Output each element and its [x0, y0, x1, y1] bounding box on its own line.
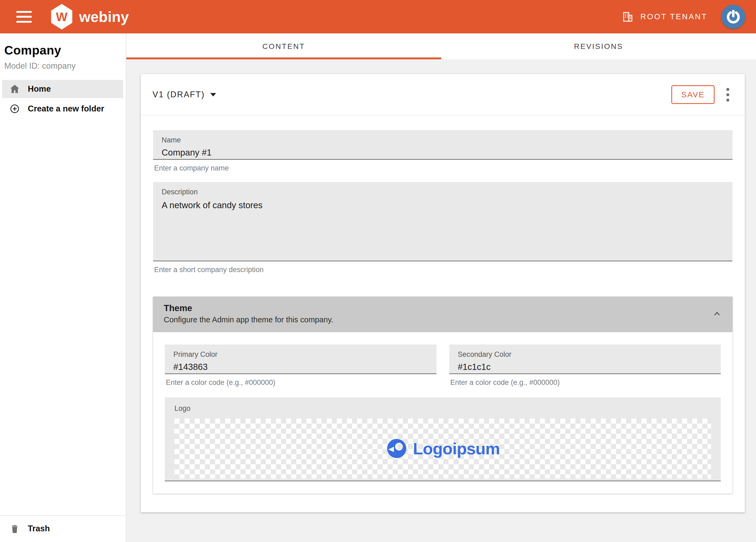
tenant-selector[interactable]: ROOT TENANT: [622, 11, 707, 23]
save-button[interactable]: SAVE: [671, 85, 715, 104]
chevron-down-icon: [210, 93, 216, 96]
logo-field-label: Logo: [174, 404, 190, 412]
sidebar-item-create-folder[interactable]: Create a new folder: [2, 100, 123, 118]
name-field-label: Name: [162, 136, 724, 144]
sidebar-item-label: Trash: [28, 524, 50, 533]
primary-color-field: Primary Color Enter a color code (e.g., …: [165, 345, 437, 387]
sidebar-item-home[interactable]: Home: [2, 80, 123, 98]
secondary-color-input[interactable]: [458, 362, 712, 372]
page-title: Company: [4, 43, 119, 57]
sidebar: Company Model ID: company Home: [0, 33, 126, 542]
description-input[interactable]: A network of candy stores: [162, 199, 724, 258]
tab-bar: CONTENT REVISIONS: [126, 33, 756, 59]
gravatar-power-icon: [725, 9, 742, 25]
main-content: CONTENT REVISIONS V1 (DRAFT) SAVE: [126, 33, 756, 542]
description-field: Description A network of candy stores En…: [153, 182, 732, 274]
trash-icon: [9, 523, 20, 534]
logoipsum-wordmark: Logoipsum: [413, 439, 500, 458]
logo-preview[interactable]: Logoipsum: [174, 419, 711, 478]
menu-button[interactable]: [15, 10, 33, 23]
name-field: Name Enter a company name: [153, 130, 732, 172]
primary-color-label: Primary Color: [173, 350, 428, 359]
chevron-up-icon[interactable]: [712, 309, 722, 319]
theme-title: Theme: [164, 303, 333, 313]
secondary-color-helper: Enter a color code (e.g., #000000): [450, 379, 721, 387]
tab-revisions[interactable]: REVISIONS: [441, 33, 756, 59]
version-label: V1 (DRAFT): [153, 90, 205, 99]
content-area: V1 (DRAFT) SAVE: [126, 59, 756, 542]
sidebar-item-trash[interactable]: Trash: [2, 520, 123, 538]
webiny-logo-icon: W: [50, 4, 73, 30]
entry-card-header: V1 (DRAFT) SAVE: [141, 74, 745, 116]
logoipsum-logo: Logoipsum: [386, 438, 500, 459]
sidebar-item-label: Home: [28, 84, 51, 94]
plus-circle-icon: [9, 104, 20, 114]
version-selector[interactable]: V1 (DRAFT): [153, 90, 216, 99]
building-icon: [622, 11, 634, 23]
description-field-label: Description: [162, 188, 724, 196]
tab-content[interactable]: CONTENT: [126, 33, 441, 59]
theme-section: Theme Configure the Admin app theme for …: [153, 297, 732, 494]
webiny-logo-letter: W: [56, 10, 67, 24]
home-icon: [9, 83, 20, 95]
description-field-box: Description A network of candy stores: [153, 182, 732, 261]
kebab-dot: [726, 93, 729, 96]
secondary-color-field: Secondary Color Enter a color code (e.g.…: [449, 345, 721, 387]
tenant-label: ROOT TENANT: [640, 12, 707, 21]
primary-color-input[interactable]: [173, 362, 428, 372]
app-root: W webiny ROOT TENANT: [0, 0, 756, 542]
primary-color-box: Primary Color: [165, 345, 437, 374]
kebab-dot: [726, 99, 729, 101]
webiny-logo: W webiny: [50, 4, 129, 30]
brand-wordmark: webiny: [79, 8, 129, 25]
more-options-button[interactable]: [723, 85, 733, 104]
theme-subtitle: Configure the Admin app theme for this c…: [164, 316, 333, 324]
model-id-label: Model ID: company: [4, 61, 119, 71]
folder-tree: Home Create a new folder: [0, 80, 126, 119]
name-field-box: Name: [153, 130, 732, 160]
secondary-color-box: Secondary Color: [449, 345, 721, 374]
name-input[interactable]: [162, 147, 724, 158]
user-avatar[interactable]: [721, 5, 745, 29]
name-field-helper: Enter a company name: [154, 164, 732, 172]
theme-section-header[interactable]: Theme Configure the Admin app theme for …: [153, 297, 732, 332]
app-header: W webiny ROOT TENANT: [0, 0, 756, 33]
logoipsum-icon: [386, 438, 408, 459]
primary-color-helper: Enter a color code (e.g., #000000): [166, 379, 437, 387]
entry-card: V1 (DRAFT) SAVE: [141, 74, 745, 512]
description-field-helper: Enter a short company description: [154, 265, 732, 274]
secondary-color-label: Secondary Color: [458, 350, 712, 359]
logo-field-box: Logo: [165, 398, 721, 481]
kebab-dot: [726, 88, 729, 91]
logo-field: Logo: [165, 398, 721, 481]
sidebar-item-label: Create a new folder: [28, 104, 104, 114]
